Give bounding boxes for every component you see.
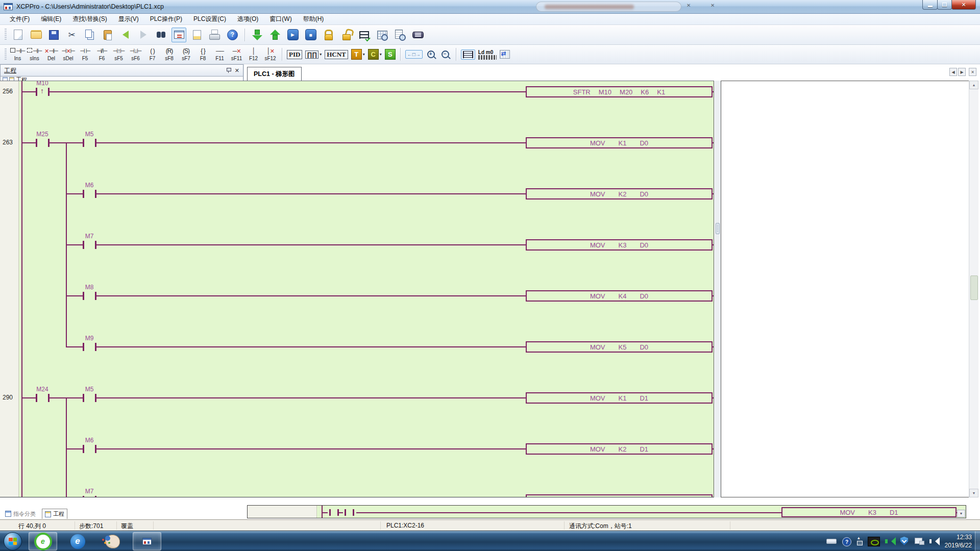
scroll-down-icon[interactable]: ▼ — [969, 489, 978, 497]
tab-close-icon[interactable]: ✕ — [969, 68, 976, 76]
help-icon[interactable] — [225, 28, 240, 42]
ladder-tool-sf8[interactable]: (R)sF8 — [161, 46, 178, 63]
tray-volume-green-icon[interactable] — [885, 536, 895, 546]
menu-item[interactable]: 帮助(H) — [298, 13, 330, 25]
start-button[interactable] — [4, 532, 22, 550]
ladder-contact[interactable] — [34, 392, 51, 404]
timer-button[interactable]: T▾ — [351, 46, 365, 63]
open-icon[interactable] — [29, 28, 43, 42]
instruction-block[interactable]: MOVK1D1 — [526, 392, 713, 404]
tab-instruction-category[interactable]: 指令分类 — [3, 509, 38, 519]
copy-icon[interactable] — [82, 28, 97, 42]
menu-item[interactable]: 编辑(E) — [35, 13, 67, 25]
forward-icon[interactable] — [136, 28, 151, 42]
run-icon[interactable] — [285, 28, 300, 42]
zoom-out-button[interactable]: − — [440, 46, 451, 63]
grid-monitor-icon[interactable] — [375, 28, 389, 42]
instruction-block[interactable]: MOVK4D0 — [526, 290, 713, 302]
counter-button[interactable]: C▾ — [368, 46, 382, 63]
menu-item[interactable]: 窗口(W) — [264, 13, 297, 25]
ladder-contact[interactable] — [81, 137, 97, 149]
ladder-tool-sf12[interactable]: │✕sF12 — [262, 46, 279, 63]
instruction-block[interactable]: SFTRM10M20K6K1 — [526, 86, 713, 97]
show-desktop-button[interactable] — [975, 531, 980, 551]
menu-item[interactable]: PLC设置(C) — [188, 13, 232, 25]
ladder-tool-sins[interactable]: ⊣⊢sIns — [26, 46, 43, 63]
ladder-bottom-pane[interactable]: MOVK3D1 ▼ — [247, 505, 966, 518]
scroll-up-icon[interactable]: ▲ — [969, 81, 978, 89]
taskbar-clock[interactable]: 12:33 2019/6/22 — [945, 533, 972, 549]
instruction-doc-icon[interactable] — [189, 28, 204, 42]
scrollbar-thumb[interactable] — [970, 276, 978, 300]
ladder-check-icon[interactable] — [357, 28, 372, 42]
ladder-tool-f7[interactable]: ( )F7 — [144, 46, 161, 63]
pulse-button[interactable]: ∏∏▾ — [305, 46, 322, 63]
ladder-tool-ins[interactable]: ⊣⊢Ins — [9, 46, 26, 63]
tray-volume-icon[interactable] — [929, 536, 939, 546]
com-port-icon[interactable] — [410, 28, 425, 42]
tray-nvidia-icon[interactable] — [868, 537, 880, 546]
instruction-block[interactable]: MOVK5D0 — [526, 341, 713, 353]
tray-network-icon[interactable] — [914, 536, 924, 546]
ladder-tool-f12[interactable]: │F12 — [245, 46, 262, 63]
maximize-button[interactable] — [937, 0, 952, 10]
ladder-contact[interactable] — [34, 137, 51, 149]
print-icon[interactable] — [207, 28, 222, 42]
vertical-splitter[interactable] — [715, 81, 721, 497]
find-icon[interactable] — [154, 28, 168, 42]
menu-item[interactable]: 显示(V) — [113, 13, 144, 25]
ladder-editor-right-pane[interactable] — [721, 81, 969, 497]
ladder-monitor-icon[interactable] — [172, 28, 186, 42]
tray-keyboard-icon[interactable] — [826, 536, 837, 546]
close-button[interactable]: ✕ — [951, 0, 976, 10]
pane-scroll-down-icon[interactable]: ▼ — [957, 510, 965, 517]
tab-scroll-right-icon[interactable]: ▶ — [958, 68, 966, 76]
upload-icon[interactable] — [267, 28, 282, 42]
ladder-tool-sf7[interactable]: (S)sF7 — [178, 46, 194, 63]
ladder-contact[interactable] — [81, 494, 97, 497]
hcnt-button[interactable]: HCNT — [325, 46, 348, 63]
ladder-contact[interactable] — [81, 290, 97, 302]
menu-item[interactable]: PLC操作(P) — [144, 13, 188, 25]
ladder-tool-f11[interactable]: ──F11 — [211, 46, 228, 63]
tray-expand-icon[interactable] — [856, 536, 863, 546]
il-view-button[interactable]: Ld m0 — [478, 46, 497, 63]
ladder-contact[interactable] — [81, 239, 97, 251]
zoom-in-button[interactable]: + — [426, 46, 437, 63]
menu-item[interactable]: 选项(O) — [232, 13, 264, 25]
ladder-contact[interactable] — [81, 188, 97, 200]
lock-icon[interactable] — [321, 28, 336, 42]
stop-icon[interactable] — [303, 28, 318, 42]
pid-button[interactable]: PID — [287, 46, 302, 63]
pin-icon[interactable] — [226, 67, 231, 73]
cut-icon[interactable] — [64, 28, 79, 42]
paste-icon[interactable] — [100, 28, 115, 42]
taskbar-paint[interactable] — [98, 532, 127, 550]
back-icon[interactable] — [118, 28, 133, 42]
download-icon[interactable] — [250, 28, 264, 42]
save-icon[interactable] — [46, 28, 61, 42]
fit-width-button[interactable]: ←□→ — [405, 46, 423, 63]
splitter-handle[interactable] — [716, 223, 720, 234]
ladder-tool-sdel[interactable]: ⊣✕⊢sDel — [60, 46, 77, 63]
ladder-tool-f8[interactable]: { }F8 — [194, 46, 211, 63]
vertical-scrollbar[interactable]: ▲ ▼ — [969, 81, 978, 497]
tab-plc1-ladder[interactable]: PLC1 - 梯形图 — [247, 67, 302, 81]
ladder-contact[interactable] — [81, 392, 97, 404]
ladder-tool-del[interactable]: ✕⊣⊢Del — [43, 46, 60, 63]
tray-shield-icon[interactable] — [899, 536, 910, 546]
new-icon[interactable] — [11, 28, 26, 42]
instruction-block[interactable]: MOVK2D0 — [526, 188, 713, 199]
ladder-view-button[interactable] — [461, 46, 475, 63]
unlock-icon[interactable] — [339, 28, 354, 42]
menu-item[interactable]: 文件(F) — [4, 13, 35, 25]
ladder-tool-f6[interactable]: ⊣/⊢F6 — [93, 46, 110, 63]
instruction-block[interactable]: MOVK2D1 — [526, 443, 713, 455]
taskbar-browser-360[interactable] — [29, 532, 57, 550]
ladder-editor[interactable]: ↑M10SFTRM10M20K6K1256M25M5MOVK1D0M6MOVK2… — [0, 81, 714, 497]
minimize-button[interactable] — [922, 0, 938, 10]
panel-close-icon[interactable]: ✕ — [235, 68, 239, 73]
ladder-contact[interactable] — [81, 443, 97, 455]
ladder-tool-sf5[interactable]: ⊣↑⊢sF5 — [110, 46, 127, 63]
taskbar-browser-ie[interactable] — [63, 532, 92, 550]
